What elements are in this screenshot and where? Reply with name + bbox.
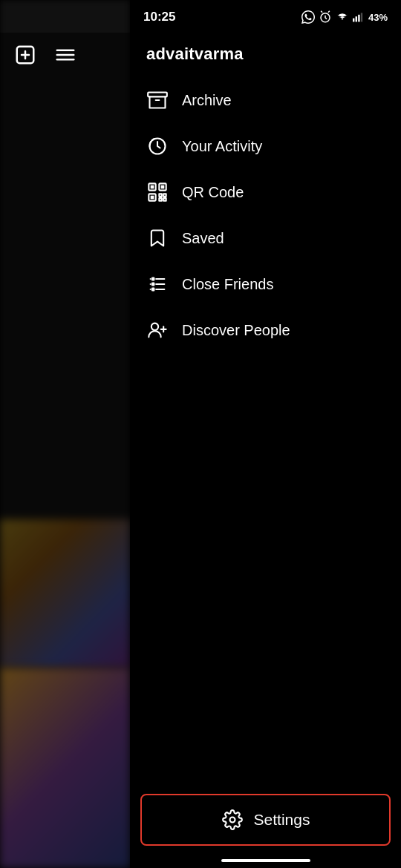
settings-button[interactable]: Settings xyxy=(140,794,391,846)
toolbar-icons xyxy=(0,33,130,77)
menu-item-saved[interactable]: Saved xyxy=(130,215,401,261)
svg-rect-9 xyxy=(353,19,354,22)
qr-icon xyxy=(146,181,169,203)
discover-people-label: Discover People xyxy=(182,322,290,339)
battery-percentage: 43% xyxy=(368,12,388,23)
hamburger-menu-button[interactable] xyxy=(53,43,77,67)
status-bar: 10:25 43% xyxy=(130,0,401,33)
svg-rect-11 xyxy=(358,15,359,22)
status-icons: 43% xyxy=(301,10,388,24)
your-activity-label: Your Activity xyxy=(182,138,262,155)
menu-item-archive[interactable]: Archive xyxy=(130,77,401,123)
svg-rect-20 xyxy=(161,185,165,189)
svg-point-31 xyxy=(151,282,155,286)
new-post-button[interactable] xyxy=(13,43,37,67)
drawer-panel: advaitvarma Archive xyxy=(130,0,401,868)
settings-label: Settings xyxy=(254,811,310,829)
svg-rect-25 xyxy=(159,198,162,201)
close-friends-icon xyxy=(146,273,169,295)
svg-point-30 xyxy=(151,277,155,281)
menu-item-discover-people[interactable]: Discover People xyxy=(130,307,401,353)
saved-label: Saved xyxy=(182,230,224,247)
signal-icon xyxy=(353,12,365,22)
menu-item-qr-code[interactable]: QR Code xyxy=(130,169,401,215)
svg-point-36 xyxy=(229,818,235,823)
saved-icon xyxy=(146,227,169,249)
svg-rect-12 xyxy=(361,13,362,22)
archive-label: Archive xyxy=(182,92,232,109)
archive-icon xyxy=(146,89,169,111)
svg-rect-18 xyxy=(151,185,154,189)
settings-icon xyxy=(221,809,244,831)
wifi-icon xyxy=(336,12,349,22)
discover-icon xyxy=(146,319,169,341)
svg-rect-22 xyxy=(151,196,154,200)
menu-list: Archive Your Activity xyxy=(130,71,401,794)
menu-item-close-friends[interactable]: Close Friends xyxy=(130,261,401,307)
close-friends-label: Close Friends xyxy=(182,276,273,293)
svg-point-33 xyxy=(151,323,158,330)
svg-rect-26 xyxy=(163,198,166,201)
svg-rect-10 xyxy=(356,16,357,22)
qr-code-label: QR Code xyxy=(182,184,244,201)
username-row: advaitvarma xyxy=(130,33,401,71)
status-time: 10:25 xyxy=(143,10,175,24)
alarm-icon xyxy=(319,10,332,24)
background-overlay xyxy=(0,33,130,868)
username-label: advaitvarma xyxy=(146,45,244,64)
activity-icon xyxy=(146,135,169,157)
whatsapp-icon xyxy=(301,10,315,24)
home-indicator xyxy=(221,859,310,862)
svg-line-7 xyxy=(321,11,322,13)
svg-rect-24 xyxy=(163,194,166,197)
svg-rect-13 xyxy=(148,93,167,97)
menu-item-your-activity[interactable]: Your Activity xyxy=(130,123,401,169)
svg-rect-23 xyxy=(159,194,162,197)
svg-line-8 xyxy=(328,11,330,13)
svg-point-32 xyxy=(151,287,155,292)
